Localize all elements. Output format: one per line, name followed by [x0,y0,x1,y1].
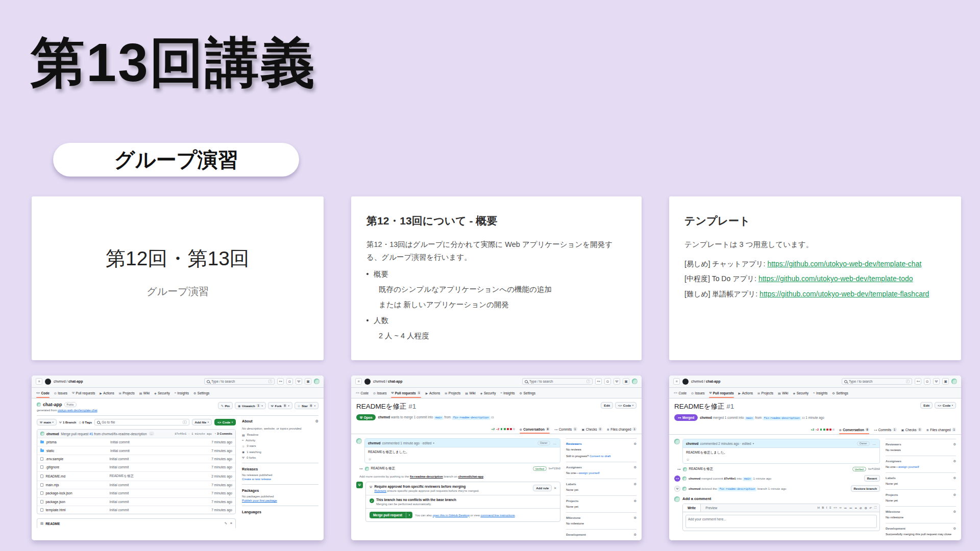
repo-meta-item[interactable]: Ψ 0 forks [242,456,318,459]
nav-tab[interactable]: <> Code [36,388,50,398]
rulesets-link[interactable]: Rulesets [374,489,386,492]
breadcrumb[interactable]: chvmvd / chat-app [691,380,720,383]
issues-icon[interactable]: ⊙ [924,378,930,385]
toolbar-icon[interactable]: ≖ [854,506,857,510]
pr-tab[interactable]: ≣ Files changed 1 [607,424,636,434]
nav-tab[interactable]: ◈ Security [793,388,809,398]
comment-avatar[interactable] [356,438,362,444]
latest-commit-row[interactable]: chvmvd Merge pull request #1 from chvmvd… [37,430,235,438]
nav-tab[interactable]: ▤ Wiki [778,388,788,398]
edit-button[interactable]: Edit [601,402,613,409]
gear-icon[interactable]: ⚙ [633,482,636,486]
create-new-button[interactable]: +▾ [595,378,602,385]
revert-button[interactable]: Revert [864,475,880,482]
pr-tab[interactable]: ⊶ Commits 1 [874,425,896,434]
add-rule-button[interactable]: Add rule [533,485,552,491]
nav-tab[interactable]: ⊞ Projects [445,388,460,398]
nav-tab[interactable]: ▶ Actions [426,388,440,398]
file-row[interactable]: README.md READMEを修正 2 minutes ago [37,471,235,481]
pull-requests-icon[interactable]: Ψ [296,378,302,385]
gear-icon[interactable]: ⚙ [633,499,636,503]
hamburger-icon[interactable]: ≡ [673,378,680,385]
toolbar-icon[interactable]: B [822,506,824,510]
sidebar-link[interactable]: Convert to draft [590,455,610,458]
copy-icon[interactable]: ⊡ [491,416,494,419]
outline-icon[interactable]: ≡ [230,521,232,525]
create-new-button[interactable]: +▾ [277,378,284,385]
file-row[interactable]: prisma Initial commit 7 minutes ago [37,438,235,446]
nav-tab[interactable]: <> Code [356,388,369,398]
file-row[interactable]: static Initial commit 7 minutes ago [37,446,235,454]
toolbar-icon[interactable]: ↶ [869,506,872,510]
gear-icon[interactable]: ⚙ [633,516,636,519]
comment-textarea[interactable]: Add your comment here... [685,515,877,528]
nav-tab[interactable]: ▤ Wiki [465,388,475,398]
merge-pull-request-button[interactable]: Merge pull request▾ [370,512,412,518]
nav-tab[interactable]: Ψ Pull requests 1 [391,388,421,398]
pull-requests-icon[interactable]: Ψ [614,378,620,385]
gear-icon[interactable]: ⚙ [633,465,636,469]
commit-row[interactable]: ⊶ READMEを修正 Verified bef19b0 [359,466,560,471]
github-logo-icon[interactable] [364,379,371,385]
nav-tab[interactable]: ⊞ Projects [119,388,135,398]
pr-tab[interactable]: ▣ Checks 0 [582,424,602,434]
toolbar-icon[interactable]: ∞ [840,506,842,510]
nav-tab[interactable]: ▶ Actions [739,388,753,398]
avatar[interactable] [632,379,638,384]
toolbar-icon[interactable]: ≕ [849,506,852,510]
nav-tab[interactable]: ⚙ Settings [193,388,209,398]
file-row[interactable]: .env.sample Initial commit 7 minutes ago [37,455,235,463]
edit-readme-icon[interactable]: ✎ [225,521,227,525]
inbox-icon[interactable]: ▣ [942,378,949,385]
sidebar-link[interactable]: assign yourself [579,471,599,474]
emoji-reaction-icon[interactable]: ☺ [368,457,557,461]
repo-name[interactable]: chat-app [43,402,62,407]
comment-avatar[interactable] [674,439,680,444]
toolbar-icon[interactable]: ⚙ [864,506,867,510]
breadcrumb[interactable]: chvmvd / chat-app [373,380,402,383]
nav-tab[interactable]: Ψ Pull requests [72,388,95,398]
template-link[interactable]: https://github.com/utokyo-web-dev/templa… [760,290,929,298]
hamburger-icon[interactable]: ≡ [355,378,362,385]
commit-ellipsis[interactable]: … [149,432,154,436]
nav-tab[interactable]: ⊙ Issues [373,388,386,398]
create-release-link[interactable]: Create a new release [242,478,318,481]
comment-menu-icon[interactable]: … [873,442,877,445]
restore-branch-button[interactable]: Restore branch [851,485,880,492]
close-icon[interactable]: × [554,486,556,490]
file-row[interactable]: .gitignore Initial commit 7 minutes ago [37,463,235,471]
go-to-file-input[interactable]: Go to filet [94,419,189,425]
nav-tab[interactable]: ⚙ Settings [520,388,535,398]
inbox-icon[interactable]: ▣ [623,378,629,385]
pr-tab[interactable]: ▣ Checks 0 [901,425,922,434]
branches-link[interactable]: Ψ1 Branch [59,420,77,424]
repo-meta-item[interactable]: ☆ 0 stars [242,444,318,448]
gear-icon[interactable]: ⚙ [953,476,956,480]
issues-icon[interactable]: ⊙ [604,378,611,385]
github-desktop-link[interactable]: open this in GitHub Desktop [433,514,470,517]
gear-icon[interactable]: ⚙ [953,527,956,530]
nav-tab[interactable]: ⊙ Issues [691,388,704,398]
commit-hash[interactable]: bef19b0 [549,467,560,470]
commit-hash[interactable]: 87e46e1 · 1 minute ago [175,432,212,436]
nav-tab[interactable]: ⊞ Projects [757,388,773,398]
file-row[interactable]: template.html Initial commit 7 minutes a… [37,506,235,514]
breadcrumb[interactable]: chvmvd / chat-app [54,380,83,383]
hamburger-icon[interactable]: ≡ [36,378,42,385]
pr-tab[interactable]: ⊙ Conversation 0 [520,424,550,434]
comment-menu-icon[interactable]: … [553,441,557,445]
toolbar-icon[interactable]: ⊘ [860,506,862,510]
code-button[interactable]: <>Code▾ [935,402,956,409]
nav-tab[interactable]: ◈ Security [154,388,170,398]
toolbar-icon[interactable]: I [826,506,827,510]
nav-tab[interactable]: ⚙ Settings [832,388,848,398]
unwatch-button[interactable]: ◉Unwatch1▾ [235,402,266,409]
file-row[interactable]: package-lock.json Initial commit 7 minut… [37,489,235,497]
readme-bar[interactable]: ▤ README ✎≡ [37,518,236,528]
gear-icon[interactable]: ⚙ [953,459,956,463]
template-repo-link[interactable]: utokyo-web-dev/template-chat [58,409,97,412]
nav-tab[interactable]: ◈ Security [480,388,496,398]
nav-tab[interactable]: ⊙ Issues [54,388,67,398]
toolbar-icon[interactable]: <> [834,506,837,510]
template-link[interactable]: https://github.com/utokyo-web-dev/templa… [758,274,913,283]
